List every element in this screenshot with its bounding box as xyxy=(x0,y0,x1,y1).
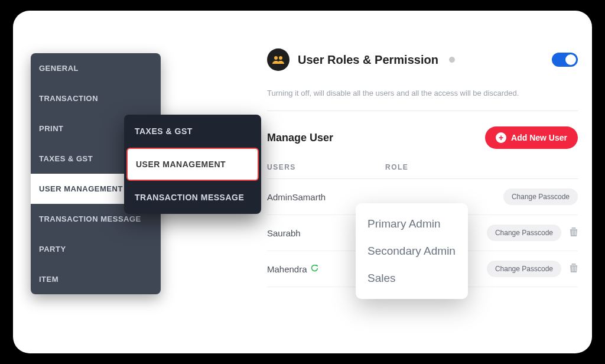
cell-actions: Change Passcode xyxy=(487,261,578,277)
cell-user: AdminSamarth xyxy=(267,192,385,202)
settings-submenu: TAXES & GST USER MANAGEMENT TRANSACTION … xyxy=(124,115,261,214)
role-option-primary-admin[interactable]: Primary Admin xyxy=(356,210,468,238)
sidebar-item-transaction[interactable]: TRANSACTION xyxy=(31,83,161,113)
svg-point-1 xyxy=(279,56,282,60)
table-header: USERS ROLE xyxy=(267,163,578,179)
page-title: User Roles & Permission xyxy=(298,53,438,67)
feature-toggle[interactable] xyxy=(552,53,578,67)
manage-title: Manage User xyxy=(267,132,333,144)
cell-actions: Change Passcode xyxy=(487,225,578,241)
svg-point-0 xyxy=(274,56,278,60)
th-users: USERS xyxy=(267,163,385,171)
user-name: Mahendra xyxy=(267,264,307,274)
change-passcode-button[interactable]: Change Passcode xyxy=(503,188,578,205)
users-icon xyxy=(267,48,290,71)
role-dropdown: Primary Admin Secondary Admin Sales xyxy=(356,203,468,299)
change-passcode-button[interactable]: Change Passcode xyxy=(487,261,561,277)
cell-actions: Change Passcode xyxy=(503,188,578,205)
change-passcode-button[interactable]: Change Passcode xyxy=(487,225,561,241)
trash-icon[interactable] xyxy=(570,263,578,275)
trash-icon[interactable] xyxy=(570,227,578,239)
feature-subtext: Turning it off, will disable all the use… xyxy=(267,89,578,111)
user-name: AdminSamarth xyxy=(267,192,326,202)
info-icon[interactable] xyxy=(449,57,455,63)
header-row: User Roles & Permission xyxy=(267,48,578,71)
th-role: ROLE xyxy=(385,163,578,171)
submenu-item-taxes-gst[interactable]: TAXES & GST xyxy=(124,115,261,148)
manage-row: Manage User + Add New User xyxy=(267,126,578,149)
role-option-sales[interactable]: Sales xyxy=(356,265,468,292)
add-new-user-button[interactable]: + Add New User xyxy=(485,126,578,149)
sidebar-item-general[interactable]: GENERAL xyxy=(31,53,161,83)
sync-icon xyxy=(311,265,318,274)
plus-icon: + xyxy=(496,132,506,143)
sidebar-item-party[interactable]: PARTY xyxy=(31,234,161,264)
submenu-item-user-management[interactable]: USER MANAGEMENT xyxy=(126,148,259,181)
sidebar-item-item[interactable]: ITEM xyxy=(31,264,161,294)
user-name: Saurabh xyxy=(267,228,301,238)
submenu-item-transaction-message[interactable]: TRANSACTION MESSAGE xyxy=(124,181,261,214)
add-new-user-label: Add New User xyxy=(511,133,567,142)
role-option-secondary-admin[interactable]: Secondary Admin xyxy=(356,238,468,265)
app-window: GENERAL TRANSACTION PRINT TAXES & GST US… xyxy=(13,11,592,353)
